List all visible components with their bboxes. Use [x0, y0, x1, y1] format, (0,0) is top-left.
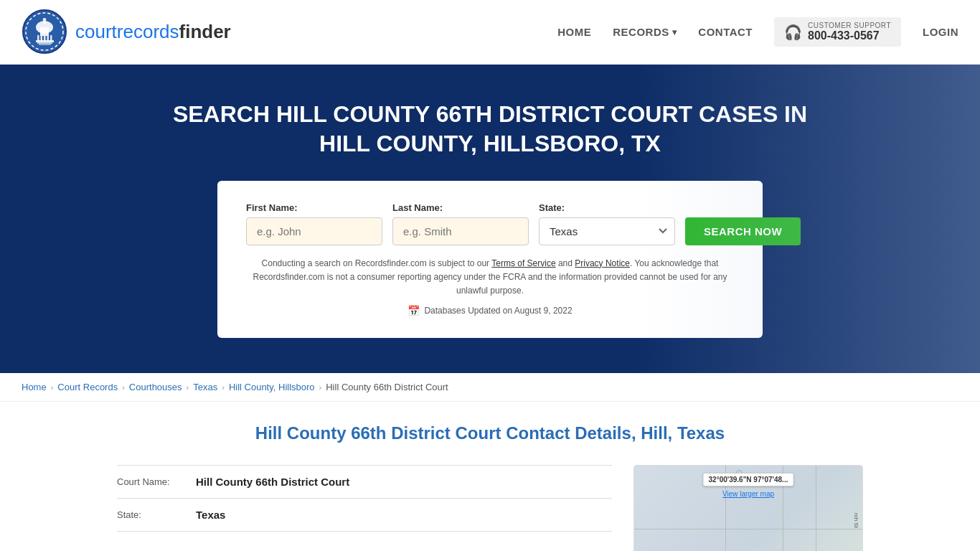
calendar-icon: 📅 [407, 305, 420, 316]
svg-rect-3 [40, 27, 49, 36]
logo-icon [22, 9, 68, 55]
court-name-value: Hill County 66th District Court [196, 476, 349, 488]
sep-2: › [122, 383, 125, 392]
svg-point-13 [43, 18, 47, 21]
breadcrumb-texas[interactable]: Texas [193, 382, 217, 392]
svg-rect-5 [41, 35, 43, 41]
state-select[interactable]: Texas Alabama Alaska Arizona Arkansas Ca… [539, 217, 675, 245]
logo-link[interactable]: courtrecordsfinder [22, 9, 231, 55]
state-group: State: Texas Alabama Alaska Arizona Arka… [539, 202, 675, 245]
svg-rect-11 [39, 44, 51, 45]
search-fields: First Name: Last Name: State: Texas Alab… [246, 202, 734, 245]
state-detail-value: Texas [196, 509, 225, 521]
section-title: Hill County 66th District Court Contact … [117, 423, 863, 443]
svg-rect-10 [37, 42, 52, 44]
first-name-group: First Name: [246, 202, 382, 245]
breadcrumb: Home › Court Records › Courthouses › Tex… [0, 373, 980, 402]
breadcrumb-home[interactable]: Home [22, 382, 47, 392]
breadcrumb-courthouses[interactable]: Courthouses [129, 382, 182, 392]
sep-4: › [222, 383, 225, 392]
map-coords: 32°00'39.6"N 97°07'48... [703, 473, 794, 486]
sep-5: › [319, 383, 322, 392]
nav-contact[interactable]: CONTACT [698, 26, 753, 38]
search-button[interactable]: SEARCH NOW [685, 217, 801, 245]
hero-title: SEARCH HILL COUNTY 66TH DISTRICT COURT C… [167, 100, 813, 159]
map-placeholder: 🏷️ 32°00'39.6"N 97°07'48... View larger … [634, 466, 862, 551]
db-update: 📅 Databases Updated on August 9, 2022 [246, 305, 734, 316]
tos-link[interactable]: Terms of Service [491, 258, 555, 268]
road-h1 [634, 529, 862, 529]
sep-3: › [187, 383, 189, 392]
state-select-wrapper: Texas Alabama Alaska Arizona Arkansas Ca… [539, 217, 675, 245]
court-name-label: Court Name: [117, 476, 189, 487]
first-name-label: First Name: [246, 202, 382, 213]
svg-rect-8 [50, 35, 52, 41]
state-row: State: Texas [117, 499, 612, 532]
nav-home[interactable]: HOME [557, 26, 591, 38]
hero-section: SEARCH HILL COUNTY 66TH DISTRICT COURT C… [0, 65, 980, 373]
logo-text: courtrecordsfinder [75, 21, 231, 43]
site-header: courtrecordsfinder HOME RECORDS CONTACT … [0, 0, 980, 65]
state-detail-label: State: [117, 509, 189, 520]
state-label: State: [539, 202, 675, 213]
first-name-input[interactable] [246, 217, 382, 245]
support-info: CUSTOMER SUPPORT 800-433-0567 [808, 22, 891, 42]
map-area: 🏷️ 32°00'39.6"N 97°07'48... View larger … [633, 465, 863, 551]
view-larger-map-link[interactable]: View larger map [722, 490, 774, 498]
main-content: Hill County 66th District Court Contact … [95, 423, 885, 551]
svg-rect-7 [47, 35, 50, 41]
svg-rect-4 [37, 35, 39, 41]
svg-rect-9 [36, 40, 54, 42]
court-name-row: Court Name: Hill County 66th District Co… [117, 466, 612, 499]
support-label: CUSTOMER SUPPORT [808, 22, 891, 29]
breadcrumb-current: Hill County 66th District Court [326, 382, 448, 392]
headset-icon: 🎧 [784, 24, 802, 41]
last-name-input[interactable] [392, 217, 529, 245]
support-area: 🎧 CUSTOMER SUPPORT 800-433-0567 [774, 17, 901, 47]
details-map-row: Court Name: Hill County 66th District Co… [117, 465, 863, 551]
sep-1: › [51, 383, 54, 392]
db-update-text: Databases Updated on August 9, 2022 [424, 306, 572, 316]
nav-login[interactable]: LOGIN [923, 26, 958, 38]
street-label-right: rch St [853, 513, 859, 551]
road-v3 [816, 466, 816, 551]
last-name-group: Last Name: [392, 202, 529, 245]
main-nav: HOME RECORDS CONTACT 🎧 CUSTOMER SUPPORT … [557, 17, 958, 47]
breadcrumb-court-records[interactable]: Court Records [57, 382, 118, 392]
svg-rect-6 [44, 35, 46, 41]
search-disclaimer: Conducting a search on Recordsfinder.com… [246, 257, 734, 298]
search-box: First Name: Last Name: State: Texas Alab… [217, 181, 763, 339]
support-number: 800-433-0567 [808, 29, 891, 42]
nav-records[interactable]: RECORDS [613, 26, 677, 38]
breadcrumb-hill-county[interactable]: Hill County, Hillsboro [229, 382, 315, 392]
last-name-label: Last Name: [392, 202, 529, 213]
map-inner: 🏷️ 32°00'39.6"N 97°07'48... View larger … [634, 466, 862, 551]
details-table: Court Name: Hill County 66th District Co… [117, 465, 612, 532]
privacy-link[interactable]: Privacy Notice [575, 258, 630, 268]
